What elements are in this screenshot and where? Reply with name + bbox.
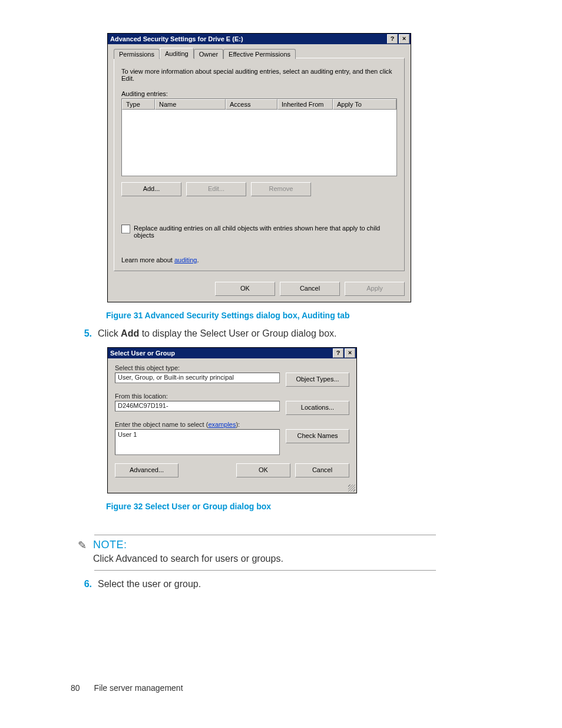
location-label: From this location: xyxy=(115,393,349,400)
advanced-security-dialog: Advanced Security Settings for Drive E (… xyxy=(107,33,411,302)
locations-button[interactable]: Locations... xyxy=(286,401,349,415)
cancel-button[interactable]: Cancel xyxy=(280,282,340,296)
tab-owner[interactable]: Owner xyxy=(194,49,223,59)
object-type-field: User, Group, or Built-in security princi… xyxy=(115,373,280,383)
examples-link[interactable]: examples xyxy=(208,421,236,428)
note-label: NOTE: xyxy=(93,539,283,551)
dialog2-title: Select User or Group xyxy=(110,350,332,357)
help-button[interactable]: ? xyxy=(333,348,343,358)
tab-permissions[interactable]: Permissions xyxy=(114,49,160,59)
auditing-link[interactable]: auditing xyxy=(174,256,197,263)
location-field: D246MC97D191- xyxy=(115,401,280,411)
step-6-number: 6. xyxy=(71,579,98,589)
help-button[interactable]: ? xyxy=(387,34,398,44)
object-types-button[interactable]: Object Types... xyxy=(286,373,349,387)
apply-button[interactable]: Apply xyxy=(345,282,405,296)
close-button[interactable]: × xyxy=(345,348,355,358)
col-type[interactable]: Type xyxy=(122,99,155,110)
replace-checkbox[interactable] xyxy=(121,225,130,233)
cancel-button[interactable]: Cancel xyxy=(295,463,349,477)
ok-button[interactable]: OK xyxy=(215,282,275,296)
col-applyto[interactable]: Apply To xyxy=(333,99,396,110)
object-type-label: Select this object type: xyxy=(115,364,349,371)
figure-32-caption: Figure 32 Select User or Group dialog bo… xyxy=(106,502,491,511)
learn-prefix: Learn more about xyxy=(121,256,174,263)
col-inherited[interactable]: Inherited From xyxy=(277,99,333,110)
tab-auditing[interactable]: Auditing xyxy=(160,48,194,58)
tabstrip: Permissions Auditing Owner Effective Per… xyxy=(114,48,405,58)
note-separator-top xyxy=(94,535,436,535)
step-5-text: Click Add to display the Select User or … xyxy=(98,328,491,339)
check-names-button[interactable]: Check Names xyxy=(286,429,349,443)
edit-button[interactable]: Edit... xyxy=(186,182,246,196)
object-name-input[interactable]: User 1 xyxy=(115,429,280,455)
dialog2-titlebar[interactable]: Select User or Group ? × xyxy=(108,348,356,358)
section-title: File server management xyxy=(94,683,183,693)
step-5-number: 5. xyxy=(71,328,98,339)
note-separator-bottom xyxy=(94,570,436,571)
remove-button[interactable]: Remove xyxy=(251,182,311,196)
resize-grip-icon[interactable] xyxy=(348,485,355,492)
dialog1-titlebar[interactable]: Advanced Security Settings for Drive E (… xyxy=(108,34,411,44)
select-user-group-dialog: Select User or Group ? × Select this obj… xyxy=(107,347,357,493)
ok-button[interactable]: OK xyxy=(236,463,290,477)
close-button[interactable]: × xyxy=(399,34,409,44)
enter-object-label: Enter the object name to select (example… xyxy=(115,421,349,428)
tab-pane: To view more information about special a… xyxy=(114,58,405,271)
replace-label: Replace auditing entries on all child ob… xyxy=(134,225,397,239)
instruction-text: To view more information about special a… xyxy=(121,68,397,82)
step-6-text: Select the user or group. xyxy=(98,579,491,589)
col-access[interactable]: Access xyxy=(226,99,277,110)
note-body: Click Advanced to search for users or gr… xyxy=(93,554,283,564)
col-name[interactable]: Name xyxy=(155,99,226,110)
dialog1-title: Advanced Security Settings for Drive E (… xyxy=(110,35,386,42)
auditing-entries-list[interactable]: Type Name Access Inherited From Apply To xyxy=(121,98,397,176)
tab-effective-permissions[interactable]: Effective Permissions xyxy=(223,49,296,59)
page-number: 80 xyxy=(71,683,80,693)
entries-label: Auditing entries: xyxy=(121,90,397,97)
advanced-button[interactable]: Advanced... xyxy=(115,463,178,477)
add-button[interactable]: Add... xyxy=(121,182,181,196)
note-icon: ✎ xyxy=(78,539,93,551)
figure-31-caption: Figure 31 Advanced Security Settings dia… xyxy=(106,311,491,320)
learn-more-line: Learn more about auditing. xyxy=(121,256,397,263)
